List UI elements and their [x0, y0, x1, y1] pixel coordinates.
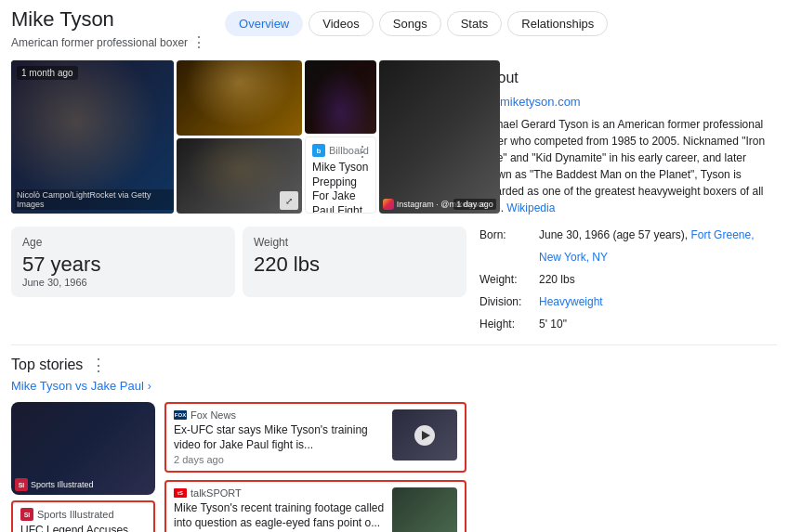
news-card[interactable]: ⋮ b Billboard Mike Tyson Prepping For Ja…: [305, 136, 376, 214]
height-row: Height: 5' 10": [479, 313, 777, 335]
division-value[interactable]: Heavyweight: [539, 291, 603, 313]
tab-relationships[interactable]: Relationships: [507, 11, 608, 36]
story-1-content: FOX Fox News Ex-UFC star says Mike Tyson…: [174, 409, 457, 465]
story-1-header: FOX Fox News: [174, 409, 385, 421]
story-item-1[interactable]: FOX Fox News Ex-UFC star says Mike Tyson…: [164, 402, 466, 473]
si-story-source: Sports Illustrated: [37, 509, 114, 520]
instagram-icon: [383, 199, 394, 210]
story-1-text: FOX Fox News Ex-UFC star says Mike Tyson…: [174, 409, 385, 465]
instagram-time: 1 day ago: [453, 199, 496, 210]
stories-menu-icon[interactable]: ⋮: [90, 355, 107, 375]
story-2-content: tS talkSPORT Mike Tyson's recent trainin…: [174, 487, 457, 532]
height-label: Height:: [479, 313, 535, 335]
height-value: 5' 10": [539, 313, 567, 335]
talksport-icon: tS: [174, 488, 187, 498]
si-source-label: SI Sports Illustrated: [15, 478, 94, 491]
story-item-2[interactable]: tS talkSPORT Mike Tyson's recent trainin…: [164, 480, 466, 532]
tab-songs[interactable]: Songs: [379, 11, 441, 36]
story-1-source: Fox News: [190, 409, 236, 421]
photo-bottom[interactable]: ⤢: [177, 138, 302, 214]
age-sub: June 30, 1966: [22, 277, 224, 288]
divider: [11, 344, 777, 345]
news-title: Mike Tyson Prepping For Jake Paul Fight …: [312, 161, 369, 214]
tab-stats[interactable]: Stats: [447, 11, 503, 36]
age-label: Age: [22, 236, 224, 249]
weight-fact-value: 220 lbs: [539, 268, 575, 291]
play-icon: [414, 425, 435, 446]
more-options-icon[interactable]: ⋮: [191, 33, 206, 51]
play-triangle: [422, 431, 430, 440]
photo-grid: 1 month ago Nicolò Campo/LightRocket via…: [11, 60, 466, 214]
age-value: 57 years: [22, 253, 224, 277]
bottom-right: [479, 355, 777, 532]
weight-fact-label: Weight:: [479, 268, 535, 291]
story-2-source: talkSPORT: [190, 487, 242, 499]
story-2-header: tS talkSPORT: [174, 487, 385, 499]
main-story-title: UFC Legend Accuses Mike Tyson of Faking …: [20, 524, 146, 532]
website-url: miketyson.com: [500, 95, 581, 109]
born-label: Born:: [479, 224, 535, 268]
billboard-icon: b: [312, 144, 325, 157]
story-1-title: Ex-UFC star says Mike Tyson's training v…: [174, 423, 385, 452]
tab-videos[interactable]: Videos: [309, 11, 374, 36]
story-2-text: tS talkSPORT Mike Tyson's recent trainin…: [174, 487, 385, 532]
weight-value: 220 lbs: [254, 253, 455, 277]
stories-header: Top stories ⋮: [11, 355, 466, 375]
about-description: Michael Gerard Tyson is an American form…: [479, 116, 777, 216]
photo-col-3: ⋮ b Billboard Mike Tyson Prepping For Ja…: [305, 60, 376, 214]
stories-title: Top stories: [11, 357, 83, 373]
news-more-icon[interactable]: ⋮: [355, 143, 370, 161]
main-story-col: SI Sports Illustrated SI Sports Illustra…: [11, 402, 155, 532]
instagram-card[interactable]: Instagram · @miketyson 1 day ago: [379, 60, 500, 214]
about-section: About 🌐 miketyson.com Michael Gerard Tys…: [479, 60, 777, 335]
expand-icon[interactable]: ⤢: [280, 191, 298, 210]
born-row: Born: June 30, 1966 (age 57 years), Fort…: [479, 224, 777, 268]
weight-row: Weight: 220 lbs: [479, 268, 777, 291]
si-badge: SI: [20, 508, 33, 521]
about-title: About: [479, 70, 777, 86]
person-subtitle: American former professional boxer: [11, 36, 188, 49]
division-label: Division:: [479, 291, 535, 313]
about-facts: Born: June 30, 1966 (age 57 years), Fort…: [479, 224, 777, 335]
stories-link-text: Mike Tyson vs Jake Paul: [11, 379, 144, 393]
fox-news-icon: FOX: [174, 410, 187, 420]
photo-timestamp: 1 month ago: [17, 66, 78, 80]
si-story-header: SI Sports Illustrated: [20, 508, 146, 521]
nav-tabs: Overview Videos Songs Stats Relationship…: [225, 7, 608, 36]
si-icon: SI: [15, 478, 28, 491]
story-1-thumb[interactable]: [392, 409, 457, 461]
concert-photo[interactable]: [305, 60, 376, 134]
photo-top[interactable]: [177, 60, 302, 136]
stories-link[interactable]: Mike Tyson vs Jake Paul ›: [11, 379, 466, 393]
story-1-time: 2 days ago: [174, 454, 385, 465]
main-photo[interactable]: 1 month ago Nicolò Campo/LightRocket via…: [11, 60, 174, 214]
wikipedia-link[interactable]: Wikipedia: [506, 201, 555, 214]
website-link[interactable]: 🌐 miketyson.com: [479, 94, 777, 109]
chevron-right-icon: ›: [148, 380, 151, 393]
stories-list: FOX Fox News Ex-UFC star says Mike Tyson…: [164, 402, 466, 532]
story-2-thumb[interactable]: [392, 487, 457, 532]
photo-caption: Nicolò Campo/LightRocket via Getty Image…: [15, 189, 174, 210]
weight-card: Weight 220 lbs: [243, 227, 466, 297]
stories-grid: SI Sports Illustrated SI Sports Illustra…: [11, 402, 466, 532]
story-2-title: Mike Tyson's recent training footage cal…: [174, 501, 385, 530]
tab-overview[interactable]: Overview: [225, 11, 303, 36]
si-source-name: Sports Illustrated: [31, 480, 94, 489]
weight-label: Weight: [254, 236, 455, 249]
photo-col-2: ⤢: [177, 60, 302, 214]
division-row: Division: Heavyweight: [479, 291, 777, 313]
born-value: June 30, 1966 (age 57 years), Fort Green…: [539, 224, 777, 268]
main-story-card[interactable]: SI Sports Illustrated UFC Legend Accuses…: [11, 500, 155, 532]
info-cards: Age 57 years June 30, 1966 Weight 220 lb…: [11, 227, 466, 297]
age-card: Age 57 years June 30, 1966: [11, 227, 235, 297]
main-story-image[interactable]: SI Sports Illustrated: [11, 402, 155, 495]
person-name: Mike Tyson: [11, 7, 206, 32]
